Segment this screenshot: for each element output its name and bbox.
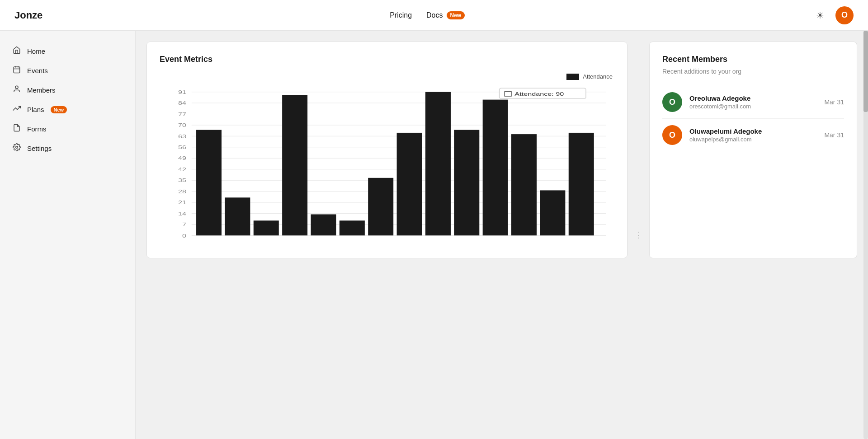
- chart-area: 91 84 77 70 63 56 49 42 35 28 21 14 7 0: [160, 87, 613, 241]
- chart-title: Event Metrics: [160, 55, 613, 64]
- members-title: Recent Members: [662, 55, 844, 64]
- svg-text:63: 63: [178, 133, 186, 139]
- header: Jonze Pricing Docs New ☀ O: [0, 0, 868, 31]
- bar-3: [254, 220, 279, 235]
- member-info-0: Oreoluwa Adegoke orescotomi@gmail.com: [689, 94, 817, 110]
- scrollbar[interactable]: [863, 31, 868, 439]
- sidebar-item-events[interactable]: Events: [0, 61, 135, 80]
- sidebar-label-settings: Settings: [27, 145, 52, 152]
- bar-5: [311, 215, 336, 236]
- gear-icon: [13, 143, 21, 154]
- sidebar-item-settings[interactable]: Settings: [0, 139, 135, 158]
- svg-text:77: 77: [178, 111, 186, 117]
- legend-label-attendance: Attendance: [583, 73, 613, 80]
- sidebar-item-members[interactable]: Members: [0, 80, 135, 100]
- svg-point-5: [16, 146, 18, 149]
- svg-rect-0: [14, 67, 20, 73]
- file-icon: [13, 124, 21, 134]
- bar-2: [225, 197, 250, 235]
- calendar-icon: [13, 65, 21, 76]
- sidebar-item-plans[interactable]: Plans New: [0, 100, 135, 119]
- person-icon: [13, 85, 21, 95]
- svg-text:42: 42: [178, 166, 186, 172]
- sidebar-label-plans: Plans: [27, 106, 44, 113]
- bar-10: [454, 130, 479, 236]
- sidebar-label-members: Members: [27, 86, 56, 94]
- svg-text:14: 14: [178, 210, 186, 216]
- member-date-1: Mar 31: [824, 131, 844, 139]
- theme-toggle-button[interactable]: ☀: [812, 7, 828, 23]
- bar-8: [397, 133, 422, 235]
- sun-icon: ☀: [816, 10, 824, 21]
- chart-svg: 91 84 77 70 63 56 49 42 35 28 21 14 7 0: [160, 87, 613, 241]
- member-avatar-1: O: [662, 125, 682, 145]
- svg-text:7: 7: [182, 221, 186, 227]
- sidebar: Home Events Members: [0, 31, 136, 439]
- bar-9: [425, 92, 451, 236]
- main-content: Event Metrics Attendance: [136, 31, 868, 439]
- bar-11: [483, 100, 508, 236]
- tooltip-square: [505, 92, 511, 97]
- avatar-initial: O: [841, 10, 848, 20]
- svg-text:21: 21: [178, 199, 186, 205]
- svg-text:0: 0: [182, 233, 186, 238]
- recent-members-card: Recent Members Recent additions to your …: [649, 42, 857, 258]
- header-icons: ☀ O: [812, 6, 854, 24]
- logo: Jonze: [14, 9, 42, 21]
- chart-legend: Attendance: [160, 73, 613, 80]
- svg-text:70: 70: [178, 122, 186, 128]
- member-name-1: Oluwapelumi Adegoke: [689, 127, 817, 135]
- svg-text:35: 35: [178, 177, 186, 183]
- plans-badge: New: [51, 106, 67, 113]
- sidebar-item-home[interactable]: Home: [0, 42, 135, 61]
- bar-12: [511, 134, 537, 235]
- bar-1: [196, 130, 222, 236]
- bar-4: [282, 95, 307, 235]
- sidebar-label-forms: Forms: [27, 125, 47, 133]
- bar-13: [540, 190, 565, 235]
- header-nav: Pricing Docs New: [390, 11, 465, 19]
- members-subtitle: Recent additions to your org: [662, 68, 844, 75]
- scrollbar-thumb[interactable]: [863, 31, 868, 112]
- nav-docs[interactable]: Docs New: [426, 11, 465, 19]
- trending-up-icon: [13, 104, 21, 115]
- member-avatar-0: O: [662, 92, 682, 112]
- nav-pricing[interactable]: Pricing: [390, 11, 412, 19]
- bar-7: [368, 178, 393, 236]
- sidebar-label-events: Events: [27, 67, 48, 75]
- layout: Home Events Members: [0, 31, 868, 439]
- member-info-1: Oluwapelumi Adegoke oluwapelps@gmail.com: [689, 127, 817, 143]
- svg-text:28: 28: [178, 188, 186, 194]
- svg-point-4: [15, 86, 18, 89]
- home-icon: [13, 46, 21, 56]
- member-email-1: oluwapelps@gmail.com: [689, 136, 817, 143]
- sidebar-label-home: Home: [27, 47, 45, 55]
- chart-card: Event Metrics Attendance: [146, 42, 627, 258]
- tooltip-text: Attendance: 90: [514, 91, 564, 97]
- legend-color-attendance: [566, 74, 579, 80]
- member-item-0: O Oreoluwa Adegoke orescotomi@gmail.com …: [662, 86, 844, 119]
- docs-badge: New: [447, 11, 465, 19]
- svg-text:49: 49: [178, 155, 186, 161]
- member-item-1: O Oluwapelumi Adegoke oluwapelps@gmail.c…: [662, 119, 844, 151]
- member-email-0: orescotomi@gmail.com: [689, 103, 817, 110]
- user-avatar-button[interactable]: O: [835, 6, 854, 24]
- divider-handle[interactable]: ⋮: [637, 42, 640, 428]
- svg-text:56: 56: [178, 144, 186, 150]
- svg-text:91: 91: [178, 89, 186, 95]
- sidebar-item-forms[interactable]: Forms: [0, 119, 135, 139]
- svg-text:84: 84: [178, 100, 186, 106]
- bar-6: [340, 220, 365, 235]
- member-name-0: Oreoluwa Adegoke: [689, 94, 817, 102]
- member-date-0: Mar 31: [824, 98, 844, 106]
- bar-14: [569, 133, 594, 235]
